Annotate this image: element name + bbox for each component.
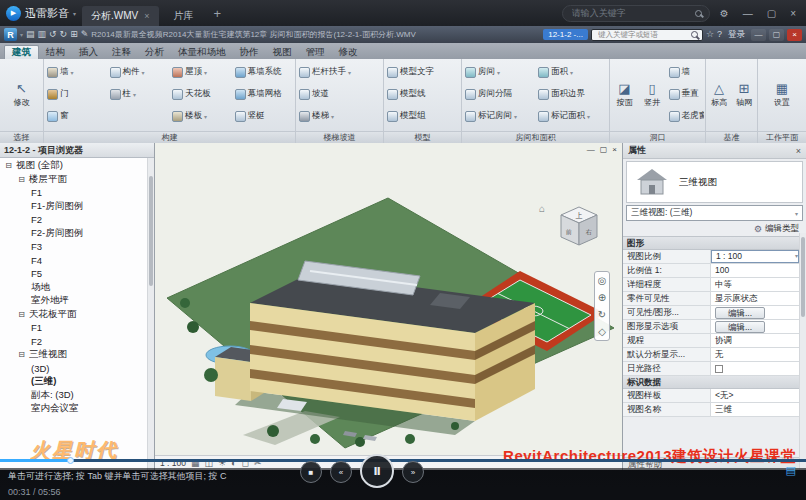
zoom-icon[interactable]: ⊕ <box>598 292 606 303</box>
maximize-icon[interactable]: ▢ <box>600 145 608 154</box>
column-button[interactable]: 柱▾ <box>108 83 170 105</box>
property-value[interactable]: 无 <box>711 348 799 361</box>
drawing-area[interactable]: — ▢ × <box>155 143 622 470</box>
curtain-grid-button[interactable]: 幕墙网格 <box>233 83 295 105</box>
seek-bar[interactable] <box>0 459 806 462</box>
tab-insert[interactable]: 插入 <box>72 45 105 59</box>
property-row[interactable]: 零件可见性显示原状态 <box>623 292 799 306</box>
navigation-bar[interactable]: ◎ ⊕ ↻ ◇ <box>594 271 610 341</box>
close-icon[interactable]: × <box>786 8 800 19</box>
tree-item[interactable]: ⊟天花板平面 <box>0 308 154 322</box>
video-frame[interactable]: R ▾ ▤ ▥ ↺ ↻ ⊞ ✎ R2014最新最全视频R2014大量新住宅建筑第… <box>0 26 806 470</box>
property-value[interactable]: 1 : 100▾ <box>711 250 799 263</box>
model-text-button[interactable]: 模型文字 <box>385 61 460 83</box>
scrollbar-thumb[interactable] <box>801 237 805 317</box>
tab-analyze[interactable]: 分析 <box>138 45 171 59</box>
tree-item[interactable]: 室外地坪 <box>0 294 154 308</box>
collapse-icon[interactable]: ⊟ <box>17 350 26 359</box>
tree-item-current-view[interactable]: (三维) <box>0 375 154 389</box>
tab-structure[interactable]: 结构 <box>39 45 72 59</box>
open-icon[interactable]: ▤ <box>26 30 35 39</box>
play-pause-button[interactable]: Ⅱ <box>360 454 394 488</box>
scrollbar[interactable] <box>147 158 154 470</box>
chevron-down-icon[interactable]: ▾ <box>20 31 23 38</box>
property-row[interactable]: 默认分析显示...无 <box>623 348 799 362</box>
tree-item[interactable]: F2 <box>0 335 154 349</box>
steering-wheel-icon[interactable]: ◎ <box>598 275 607 286</box>
save-icon[interactable]: ▥ <box>38 30 47 39</box>
type-selector[interactable]: 三维视图: (三维) ▾ <box>626 205 803 221</box>
infocenter-search-input[interactable] <box>596 29 688 40</box>
tree-item[interactable]: F2 <box>0 213 154 227</box>
tree-item[interactable]: F4 <box>0 254 154 268</box>
tree-item[interactable]: F1 <box>0 321 154 335</box>
property-row[interactable]: 比例值 1:100 <box>623 264 799 278</box>
tab-annotate[interactable]: 注释 <box>105 45 138 59</box>
property-row[interactable]: 视图样板<无> <box>623 389 799 403</box>
close-icon[interactable]: × <box>796 146 801 156</box>
tab-modify[interactable]: 修改 <box>332 45 365 59</box>
sun-path-checkbox[interactable] <box>715 365 723 373</box>
tree-item[interactable]: 场地 <box>0 281 154 295</box>
railing-button[interactable]: 栏杆扶手▾ <box>297 61 382 83</box>
grid-button[interactable]: ⊞ 轴网 <box>732 61 756 129</box>
search-icon[interactable] <box>691 31 698 38</box>
tree-item[interactable]: ⊟楼层平面 <box>0 173 154 187</box>
tab-massing-site[interactable]: 体量和场地 <box>171 45 233 59</box>
tree-item[interactable]: ⊟三维视图 <box>0 348 154 362</box>
minimize-icon[interactable]: — <box>587 145 595 154</box>
player-search[interactable] <box>562 5 710 22</box>
property-value[interactable]: 三维 <box>711 403 799 416</box>
playlist-button[interactable]: ▤ <box>786 464 796 477</box>
viewcube[interactable]: ⌂ 上 前 右 <box>553 201 605 253</box>
star-icon[interactable]: ☆ <box>706 30 714 39</box>
minimize-icon[interactable]: — <box>739 8 757 19</box>
curtain-system-button[interactable]: 幕墙系统 <box>233 61 295 83</box>
tag-area-button[interactable]: 标记面积▾ <box>536 105 608 127</box>
collapse-icon[interactable]: ⊟ <box>17 310 26 319</box>
room-separator-button[interactable]: 房间分隔 <box>463 83 535 105</box>
by-face-button[interactable]: ◪ 按面 <box>611 61 638 129</box>
tree-item[interactable]: F1 <box>0 186 154 200</box>
dormer-button[interactable]: 老虎窗 <box>667 105 704 127</box>
model-3d-view[interactable] <box>155 143 622 455</box>
mullion-button[interactable]: 竖梃 <box>233 105 295 127</box>
tree-item[interactable]: F5 <box>0 267 154 281</box>
tree-item[interactable]: (3D) <box>0 362 154 376</box>
revit-app-button[interactable]: R <box>4 28 17 41</box>
tab-video[interactable]: 分析.WMV × <box>82 6 158 26</box>
tab-library[interactable]: 片库 <box>165 6 203 26</box>
stop-button[interactable]: ■ <box>300 461 322 483</box>
infocenter-search[interactable] <box>591 29 703 41</box>
property-row[interactable]: 详细程度中等 <box>623 278 799 292</box>
property-value[interactable]: 100 <box>711 264 799 277</box>
home-icon[interactable]: ⌂ <box>539 203 545 214</box>
collapse-icon[interactable]: ⊟ <box>17 175 26 184</box>
stair-button[interactable]: 楼梯▾ <box>297 105 382 127</box>
minimize-icon[interactable]: — <box>751 29 766 41</box>
model-group-button[interactable]: 模型组 <box>385 105 460 127</box>
print-icon[interactable]: ⊞ <box>70 30 78 39</box>
property-row[interactable]: 视图比例1 : 100▾ <box>623 250 799 264</box>
close-icon[interactable]: × <box>787 29 802 41</box>
modify-button[interactable]: ↖ 修改 <box>1 61 42 129</box>
property-value[interactable]: 显示原状态 <box>711 292 799 305</box>
settings-icon[interactable]: ⚙ <box>716 8 733 19</box>
close-tab-icon[interactable]: × <box>144 11 149 21</box>
edit-type-button[interactable]: ⚙ 编辑类型 <box>623 222 806 236</box>
orbit-icon[interactable]: ↻ <box>598 309 606 320</box>
tree-item[interactable]: F1-房间图例 <box>0 200 154 214</box>
previous-button[interactable]: « <box>330 461 352 483</box>
property-value[interactable]: 中等 <box>711 278 799 291</box>
vertical-opening-button[interactable]: 垂直 <box>667 83 704 105</box>
tree-item[interactable]: F3 <box>0 240 154 254</box>
edit-button[interactable]: 编辑... <box>715 321 765 333</box>
level-button[interactable]: △ 标高 <box>707 61 731 129</box>
property-row[interactable]: 日光路径 <box>623 362 799 376</box>
project-browser-header[interactable]: 12-1-2 - 项目浏览器 <box>0 143 154 158</box>
model-line-button[interactable]: 模型线 <box>385 83 460 105</box>
redo-icon[interactable]: ↻ <box>60 30 68 39</box>
undo-icon[interactable]: ↺ <box>49 30 57 39</box>
wall-opening-button[interactable]: 墙 <box>667 61 704 83</box>
tree-item[interactable]: F2-房间图例 <box>0 227 154 241</box>
